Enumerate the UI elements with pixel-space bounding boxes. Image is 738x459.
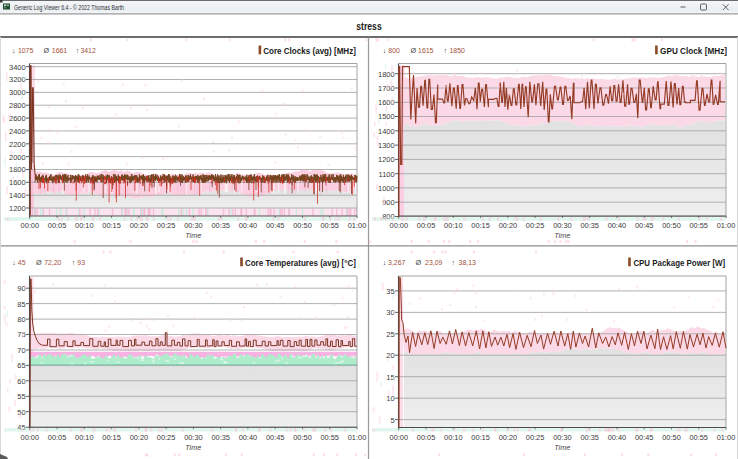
svg-text:↓: ↓ [12, 258, 16, 267]
svg-text:80: 80 [17, 315, 25, 324]
svg-text:90: 90 [17, 284, 25, 293]
svg-text:↓: ↓ [12, 46, 16, 55]
svg-text:00:50: 00:50 [662, 433, 681, 442]
svg-text:800: 800 [388, 47, 400, 54]
svg-text:00:10: 00:10 [75, 433, 94, 442]
svg-text:00:05: 00:05 [417, 221, 436, 230]
svg-text:00:25: 00:25 [157, 221, 176, 230]
svg-text:Time: Time [185, 231, 201, 240]
svg-text:93: 93 [77, 259, 85, 266]
svg-text:55: 55 [17, 392, 25, 401]
svg-text:1200: 1200 [378, 155, 395, 164]
svg-text:1200: 1200 [9, 204, 26, 213]
svg-text:00:45: 00:45 [635, 221, 654, 230]
svg-text:65: 65 [17, 361, 25, 370]
svg-text:↑: ↑ [444, 46, 448, 55]
svg-text:00:30: 00:30 [184, 433, 203, 442]
svg-text:01:00: 01:00 [717, 221, 736, 230]
svg-text:00:50: 00:50 [293, 221, 312, 230]
svg-text:1400: 1400 [378, 127, 395, 136]
svg-text:00:20: 00:20 [130, 433, 149, 442]
svg-text:↓: ↓ [383, 46, 387, 55]
svg-text:72,20: 72,20 [44, 259, 61, 266]
svg-text:GPU Clock [MHz]: GPU Clock [MHz] [660, 46, 727, 56]
svg-text:2200: 2200 [9, 140, 26, 149]
svg-text:↑: ↑ [452, 258, 456, 267]
svg-text:00:25: 00:25 [157, 433, 176, 442]
svg-text:00:55: 00:55 [320, 433, 339, 442]
svg-text:2600: 2600 [9, 114, 26, 123]
svg-text:5: 5 [391, 416, 395, 425]
svg-text:75: 75 [17, 330, 25, 339]
svg-text:20: 20 [386, 351, 394, 360]
svg-text:2800: 2800 [9, 101, 26, 110]
svg-text:00:00: 00:00 [21, 433, 40, 442]
svg-text:00:55: 00:55 [689, 433, 708, 442]
svg-text:3,267: 3,267 [388, 259, 405, 266]
svg-text:00:55: 00:55 [689, 221, 708, 230]
svg-text:00:40: 00:40 [608, 433, 627, 442]
svg-text:00:40: 00:40 [608, 221, 627, 230]
svg-text:00:30: 00:30 [553, 221, 572, 230]
svg-text:1615: 1615 [418, 47, 433, 54]
svg-text:1075: 1075 [18, 47, 33, 54]
svg-text:2400: 2400 [9, 127, 26, 136]
svg-text:00:05: 00:05 [48, 221, 67, 230]
svg-text:1100: 1100 [379, 170, 395, 179]
svg-text:00:50: 00:50 [293, 433, 312, 442]
svg-text:00:10: 00:10 [444, 433, 463, 442]
svg-text:00:45: 00:45 [266, 221, 285, 230]
svg-text:↓: ↓ [383, 258, 387, 267]
svg-text:00:05: 00:05 [48, 433, 67, 442]
svg-text:Core Clocks (avg) [MHz]: Core Clocks (avg) [MHz] [263, 46, 356, 56]
svg-text:00:45: 00:45 [266, 433, 285, 442]
svg-text:00:30: 00:30 [553, 433, 572, 442]
svg-text:00:30: 00:30 [184, 221, 203, 230]
svg-text:00:00: 00:00 [390, 221, 409, 230]
svg-text:00:50: 00:50 [662, 221, 681, 230]
svg-text:25: 25 [386, 330, 394, 339]
svg-text:00:15: 00:15 [471, 433, 490, 442]
svg-text:60: 60 [17, 377, 25, 386]
svg-text:1850: 1850 [450, 47, 465, 54]
svg-text:00:20: 00:20 [499, 433, 518, 442]
svg-text:Time: Time [185, 443, 201, 452]
svg-text:1661: 1661 [52, 47, 67, 54]
svg-text:CPU Package Power [W]: CPU Package Power [W] [633, 258, 725, 268]
svg-text:00:10: 00:10 [75, 221, 94, 230]
svg-text:00:15: 00:15 [471, 221, 490, 230]
svg-text:00:05: 00:05 [417, 433, 436, 442]
svg-text:↑: ↑ [76, 46, 80, 55]
svg-text:↑: ↑ [72, 258, 76, 267]
svg-text:00:15: 00:15 [102, 221, 121, 230]
svg-text:00:25: 00:25 [526, 221, 545, 230]
svg-text:Time: Time [554, 231, 570, 240]
svg-text:00:00: 00:00 [21, 221, 40, 230]
svg-text:23,09: 23,09 [425, 259, 442, 266]
svg-text:00:45: 00:45 [635, 433, 654, 442]
svg-text:00:20: 00:20 [499, 221, 518, 230]
svg-text:38,13: 38,13 [459, 259, 476, 266]
svg-text:stress: stress [356, 20, 382, 32]
svg-text:1600: 1600 [9, 178, 26, 187]
svg-text:3400: 3400 [9, 63, 26, 72]
svg-text:Ø: Ø [416, 258, 422, 267]
svg-text:00:35: 00:35 [580, 433, 599, 442]
svg-text:35: 35 [386, 287, 394, 296]
svg-text:00:40: 00:40 [239, 221, 258, 230]
svg-text:00:15: 00:15 [102, 433, 121, 442]
svg-text:00:35: 00:35 [211, 433, 230, 442]
svg-text:00:00: 00:00 [390, 433, 409, 442]
svg-text:01:00: 01:00 [348, 221, 367, 230]
svg-text:3000: 3000 [9, 88, 26, 97]
svg-text:00:25: 00:25 [526, 433, 545, 442]
svg-text:Generic Log Viewer 6.4 - © 2: Generic Log Viewer 6.4 - © 2022 Thomas B… [14, 4, 124, 12]
svg-text:Ø: Ø [36, 258, 42, 267]
svg-text:01:00: 01:00 [348, 433, 367, 442]
svg-text:00:10: 00:10 [444, 221, 463, 230]
svg-text:00:55: 00:55 [320, 221, 339, 230]
svg-text:85: 85 [17, 300, 25, 309]
svg-text:1300: 1300 [378, 141, 395, 150]
svg-text:1500: 1500 [378, 112, 395, 121]
svg-text:Time: Time [554, 443, 570, 452]
